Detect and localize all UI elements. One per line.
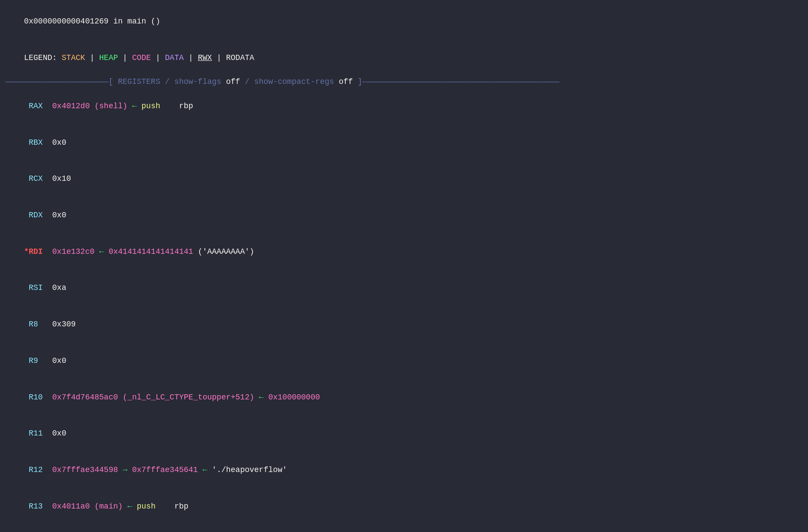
address-line: 0x0000000000401269 in main () (5, 3, 803, 40)
reg-rdi: *RDI 0x1e132c0 ← 0x4141414141414141 ('AA… (5, 234, 803, 270)
reg-r14: R14 0x403e08 (__do_global_dtors_aux_fini… (5, 525, 803, 532)
reg-rcx: RCX 0x10 (5, 161, 803, 198)
legend-line: LEGEND: STACK | HEAP | CODE | DATA | RWX… (5, 40, 803, 76)
reg-rdx: RDX 0x0 (5, 197, 803, 234)
reg-r13: R13 0x4011a0 (main) ← push rbp (5, 489, 803, 525)
debugger-output: 0x0000000000401269 in main () LEGEND: ST… (5, 3, 803, 532)
reg-r8: R8 0x309 (5, 306, 803, 343)
reg-rbx: RBX 0x0 (5, 125, 803, 161)
registers-divider: ——————————————————————[ REGISTERS / show… (5, 76, 803, 88)
reg-r12: R12 0x7fffae344598 → 0x7fffae345641 ← '.… (5, 452, 803, 489)
reg-r9: R9 0x0 (5, 343, 803, 379)
reg-rsi: RSI 0xa (5, 270, 803, 307)
reg-r11: R11 0x0 (5, 416, 803, 452)
reg-r10: R10 0x7f4d76485ac0 (_nl_C_LC_CTYPE_toupp… (5, 379, 803, 416)
reg-rax: RAX 0x4012d0 (shell) ← push rbp (5, 88, 803, 125)
addr-text: 0x0000000000401269 in main () (24, 17, 160, 26)
